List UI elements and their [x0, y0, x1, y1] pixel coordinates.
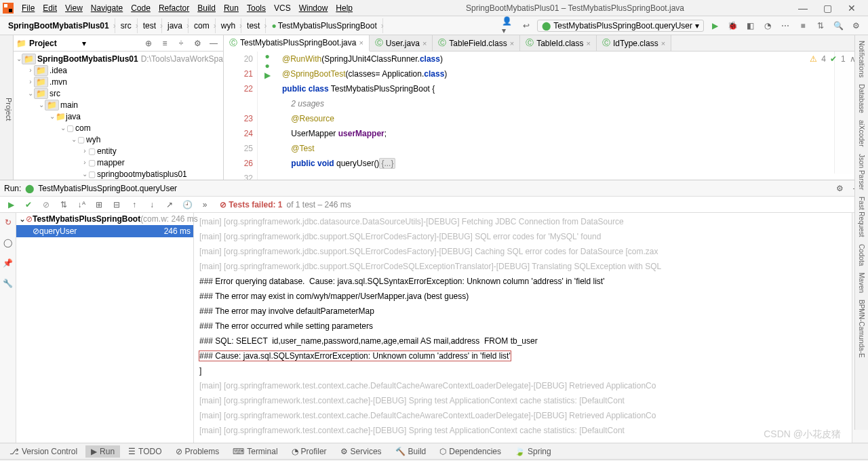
close-button[interactable]: ✕ [842, 2, 861, 14]
right-tab-json-parser[interactable]: Json Parser [858, 151, 865, 193]
chevron-down-icon[interactable]: ▾ [82, 39, 86, 48]
collapse-icon[interactable]: ⊟ [110, 198, 123, 212]
run-config-selector[interactable]: ⬤TestMybatisPlusSpringBoot.queryUser ▾ [537, 20, 704, 32]
project-tree[interactable]: ⌄📁SpringBootMybatisPlus01 D:\Tools\JavaW… [14, 52, 223, 180]
maximize-button[interactable]: ▢ [818, 2, 837, 14]
pin-icon[interactable]: 📌 [1, 256, 15, 270]
bottom-tab-build[interactable]: 🔨Build [390, 445, 432, 458]
git-button[interactable]: ⇅ [814, 19, 827, 33]
rerun-button[interactable]: ▶ [4, 198, 18, 212]
coverage-button[interactable]: ◧ [743, 19, 757, 33]
run-button[interactable]: ▶ [708, 19, 722, 33]
stop-button[interactable]: ■ [796, 19, 810, 33]
menu-window[interactable]: Window [295, 2, 332, 14]
settings-button[interactable]: ⚙ [849, 19, 863, 33]
search-everywhere-button[interactable]: 🔍 [831, 19, 845, 33]
tree-node[interactable]: ›📁.idea [14, 64, 223, 76]
editor-tab[interactable]: ⒸIdType.class× [597, 35, 671, 51]
menu-refactor[interactable]: Refactor [155, 2, 193, 14]
expand-all-icon[interactable]: ≡ [158, 37, 172, 50]
menu-code[interactable]: Code [127, 2, 155, 14]
bottom-tab-services[interactable]: ⚙Services [335, 445, 387, 458]
bottom-tab-spring[interactable]: 🍃Spring [509, 445, 557, 458]
tree-node[interactable]: ⌄▢springbootmybatisplus01 [14, 168, 223, 180]
console-output[interactable]: [main] [org.springframework.jdbc.datasou… [194, 213, 852, 443]
project-view-icon[interactable]: 📁 [16, 39, 26, 48]
menu-vcs[interactable]: VCS [270, 2, 295, 14]
tree-node[interactable]: ⌄📁src [14, 87, 223, 99]
bottom-tab-profiler[interactable]: ◔Profiler [286, 445, 332, 458]
editor-tab[interactable]: ⒸTableField.class× [433, 35, 520, 51]
toggle-auto-icon[interactable]: ◯ [1, 236, 15, 249]
minimize-button[interactable]: — [793, 2, 812, 14]
breadcrumb[interactable]: test [241, 18, 266, 33]
hide-icon[interactable]: — [207, 37, 220, 50]
select-opened-file-icon[interactable]: ⊕ [142, 37, 155, 50]
close-icon[interactable]: × [359, 39, 363, 47]
tree-node[interactable]: ›▢mapper [14, 157, 223, 168]
breadcrumb[interactable]: wyh [216, 18, 241, 33]
collapse-all-icon[interactable]: ÷ [174, 37, 188, 50]
tree-node[interactable]: ⌄▢wyh [14, 134, 223, 145]
breadcrumb[interactable]: src [115, 18, 138, 33]
close-icon[interactable]: × [587, 39, 591, 47]
next-icon[interactable]: ↓ [145, 198, 159, 212]
right-tab-notifications[interactable]: Notifications [858, 38, 865, 80]
sort-icon[interactable]: ⇅ [57, 198, 71, 212]
menu-view[interactable]: View [61, 2, 87, 14]
profile-button[interactable]: ◔ [761, 19, 774, 33]
close-icon[interactable]: × [661, 39, 665, 47]
code-editor[interactable]: 2021222324252632 ●●▶ @RunWith(SpringJUni… [224, 52, 868, 180]
bottom-tab-dependencies[interactable]: ⬡Dependencies [434, 445, 507, 458]
tree-node[interactable]: ›▢entity [14, 145, 223, 157]
menu-edit[interactable]: Edit [39, 2, 61, 14]
rerun-failed-icon[interactable]: ↻ [1, 216, 15, 229]
wrench-icon[interactable]: 🔧 [1, 277, 15, 290]
menu-file[interactable]: File [18, 2, 39, 14]
right-tab-aixcoder[interactable]: aiXcoder [858, 117, 865, 149]
bottom-tab-problems[interactable]: ⊘Problems [170, 445, 225, 458]
test-tree[interactable]: ⌄ ⊘ TestMybatisPlusSpringBoot (com.w: 24… [16, 213, 194, 443]
settings-icon[interactable]: ⚙ [191, 37, 204, 50]
menu-help[interactable]: Help [332, 2, 357, 14]
bottom-tab-version-control[interactable]: ⎇Version Control [4, 445, 83, 458]
right-tab-database[interactable]: Database [858, 81, 865, 116]
breadcrumb[interactable]: SpringBootMybatisPlus01 [3, 18, 115, 33]
more-icon[interactable]: » [198, 198, 212, 212]
toggle-ignore-icon[interactable]: ⊘ [39, 198, 53, 212]
right-tab-maven[interactable]: Maven [858, 270, 865, 296]
breadcrumb[interactable]: test [138, 18, 162, 33]
menu-run[interactable]: Run [220, 2, 243, 14]
menu-build[interactable]: Build [193, 2, 220, 14]
tree-node[interactable]: ›📁.mvn [14, 76, 223, 87]
tree-node[interactable]: ⌄📁java [14, 111, 223, 122]
menu-navigate[interactable]: Navigate [87, 2, 127, 14]
tree-node[interactable]: ⌄▢com [14, 122, 223, 134]
bottom-tab-terminal[interactable]: ⌨Terminal [227, 445, 283, 458]
menu-tools[interactable]: Tools [243, 2, 270, 14]
right-tab-codota[interactable]: Codota [858, 241, 865, 268]
expand-icon[interactable]: ⊞ [92, 198, 106, 212]
breadcrumb[interactable]: com [189, 18, 216, 33]
attach-button[interactable]: ⋯ [778, 19, 792, 33]
close-icon[interactable]: × [422, 39, 427, 47]
settings-icon[interactable]: ⚙ [833, 182, 846, 195]
history-icon[interactable]: 🕘 [180, 198, 194, 212]
right-tab-fast-request[interactable]: Fast Request [858, 194, 865, 239]
toggle-pass-icon[interactable]: ✔ [22, 198, 35, 212]
editor-tab[interactable]: ⒸTestMybatisPlusSpringBoot.java× [224, 35, 370, 52]
tree-node[interactable]: ⌄📁main [14, 99, 223, 111]
right-tab-bpmn-camunda-e[interactable]: BPMN-Camunda-E [858, 297, 865, 361]
breadcrumb[interactable]: java [162, 18, 189, 33]
debug-button[interactable]: 🐞 [726, 19, 739, 33]
breadcrumb[interactable]: ●TestMybatisPlusSpringBoot [266, 18, 382, 33]
close-icon[interactable]: × [510, 39, 514, 47]
export-icon[interactable]: ↗ [163, 198, 176, 212]
user-icon[interactable]: 👤▾ [502, 19, 515, 33]
editor-tab[interactable]: ⒸTableId.class× [520, 35, 597, 51]
bottom-tab-run[interactable]: ▶Run [85, 445, 120, 458]
sort-abc-icon[interactable]: ↓ᴬ [75, 198, 88, 212]
back-icon[interactable]: ↩ [519, 19, 533, 33]
editor-tab[interactable]: ⒸUser.java× [370, 35, 433, 51]
bottom-tab-todo[interactable]: ☰TODO [123, 445, 167, 458]
